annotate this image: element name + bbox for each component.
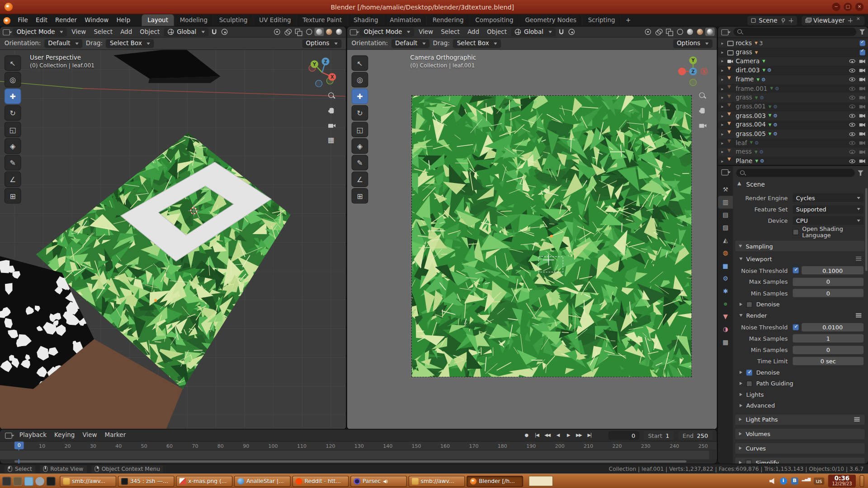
viewport-menu-item[interactable]: Select xyxy=(437,27,464,38)
timeline-track[interactable] xyxy=(0,450,717,460)
show-overlays-toggle[interactable] xyxy=(653,28,663,37)
disable-in-render-toggle[interactable] xyxy=(859,104,865,109)
playhead[interactable]: 0 xyxy=(14,441,24,449)
tool-cursor[interactable]: ◎ xyxy=(352,72,368,87)
tab-world[interactable]: ◍ xyxy=(718,247,733,259)
outliner-row[interactable]: grass xyxy=(718,93,868,102)
volume-icon[interactable] xyxy=(769,478,776,484)
tab-render[interactable]: ▥ xyxy=(718,196,733,208)
show-desktop-icon[interactable] xyxy=(13,477,22,486)
minimize-button[interactable]: − xyxy=(832,3,840,11)
workspace-tab[interactable]: UV Editing xyxy=(254,14,297,27)
hide-in-viewport-toggle[interactable] xyxy=(849,132,855,136)
tab-physics[interactable]: ⊚ xyxy=(718,298,733,310)
tab-texture[interactable]: ▩ xyxy=(718,336,733,348)
expand-arrow-icon[interactable] xyxy=(722,131,727,136)
tool-measure[interactable]: ∠ xyxy=(5,172,21,187)
property-section-header[interactable]: Light Paths xyxy=(735,414,865,425)
hide-in-viewport-toggle[interactable] xyxy=(849,87,855,91)
hide-in-viewport-toggle[interactable] xyxy=(849,150,855,154)
expand-arrow-icon[interactable] xyxy=(722,59,727,64)
properties-filter-icon[interactable] xyxy=(858,170,863,176)
outliner-row[interactable]: grass.004 xyxy=(718,120,868,129)
outliner-row[interactable]: mess xyxy=(718,148,868,157)
disable-in-render-toggle[interactable] xyxy=(859,122,865,127)
pan-hand-icon[interactable] xyxy=(698,107,707,115)
jump-to-start-button[interactable]: |◀ xyxy=(533,433,542,438)
viewlayer-selector[interactable]: ViewLayer xyxy=(802,16,864,25)
value-checkbox[interactable] xyxy=(793,267,798,273)
tab-output[interactable]: ▤ xyxy=(718,209,733,221)
bluetooth-icon[interactable] xyxy=(791,478,798,485)
presets-menu-icon[interactable] xyxy=(856,315,861,316)
viewport-subsection-header[interactable]: Viewport xyxy=(740,254,863,263)
shading-material-button[interactable] xyxy=(695,28,705,36)
zoom-icon[interactable] xyxy=(328,92,336,100)
subsection-checkbox[interactable] xyxy=(746,369,752,375)
outliner-row[interactable]: Plane xyxy=(718,157,868,166)
collapsed-subsection[interactable]: Denoise xyxy=(740,368,863,377)
hide-in-viewport-toggle[interactable] xyxy=(849,78,855,82)
maximize-button[interactable]: □ xyxy=(844,3,852,11)
workspace-tab[interactable]: Compositing xyxy=(470,14,519,27)
section-checkbox[interactable] xyxy=(745,460,751,464)
dropdown-field[interactable]: Cycles xyxy=(793,194,863,202)
task-button[interactable]: Reddit - htt... xyxy=(292,475,349,486)
zoom-icon[interactable] xyxy=(698,92,707,100)
browse-scene-icon[interactable] xyxy=(750,18,756,23)
add-workspace-button[interactable]: + xyxy=(621,14,635,27)
end-frame-field[interactable]: End 250 xyxy=(678,431,712,440)
workspace-tab[interactable]: Shading xyxy=(348,14,384,27)
collapsed-subsection[interactable]: Path Guiding xyxy=(740,379,863,388)
tool-move[interactable]: ✚ xyxy=(5,89,21,104)
new-viewlayer-icon[interactable] xyxy=(848,18,853,23)
camera-view-icon[interactable] xyxy=(698,122,707,130)
editor-type-icon[interactable] xyxy=(2,28,12,36)
property-section-header[interactable]: Volumes xyxy=(735,428,865,439)
dropdown-field[interactable]: Supported xyxy=(793,205,863,213)
number-field[interactable]: 0.0100 xyxy=(802,323,863,331)
options-dropdown[interactable]: Options xyxy=(673,39,712,48)
workspace-tab[interactable]: Texture Paint xyxy=(297,14,348,27)
hide-in-viewport-toggle[interactable] xyxy=(849,96,855,100)
viewport-menu-item[interactable]: Add xyxy=(463,27,483,38)
tool-transform[interactable]: ◈ xyxy=(352,138,368,154)
show-overlays-toggle[interactable] xyxy=(282,28,292,37)
outliner-row[interactable]: rocks 3 xyxy=(718,39,868,48)
workspace-tab[interactable]: Scripting xyxy=(582,14,621,27)
viewport-canvas-right[interactable]: ↖◎✚↻◱◈✎∠⊞ Camera Orthographic (0) Collec… xyxy=(347,50,717,429)
disable-in-render-toggle[interactable] xyxy=(859,68,865,73)
presets-menu-icon[interactable] xyxy=(856,258,861,259)
disable-in-render-toggle[interactable] xyxy=(859,59,865,64)
disable-in-render-toggle[interactable] xyxy=(859,141,865,145)
osl-checkbox[interactable] xyxy=(793,229,798,235)
disable-in-render-toggle[interactable] xyxy=(859,159,865,164)
outliner-row[interactable]: Camera xyxy=(718,57,868,66)
viewport-menu-item[interactable]: Add xyxy=(117,27,136,38)
expand-arrow-icon[interactable] xyxy=(722,86,727,91)
next-keyframe-button[interactable]: ▶▶ xyxy=(575,433,584,438)
mode-dropdown[interactable]: Object Mode xyxy=(360,28,414,37)
outliner-filter-icon[interactable] xyxy=(859,29,865,34)
collection-checkbox[interactable] xyxy=(860,50,865,55)
navigation-gizmo[interactable]: Y Z X xyxy=(676,54,710,89)
applications-menu-icon[interactable] xyxy=(2,477,11,486)
tab-material[interactable]: ◑ xyxy=(718,323,733,336)
expand-arrow-icon[interactable] xyxy=(722,41,727,46)
outliner-editor-icon[interactable] xyxy=(721,28,731,36)
sampling-section-header[interactable]: Sampling xyxy=(735,241,865,251)
collapsed-subsection[interactable]: Advanced xyxy=(740,401,863,410)
menu-item[interactable]: Edit xyxy=(32,14,51,27)
menu-item[interactable]: Help xyxy=(113,14,134,27)
current-frame-field[interactable]: 0 xyxy=(608,431,639,440)
play-reverse-button[interactable]: ◀ xyxy=(553,433,562,438)
toggle-xray[interactable] xyxy=(293,28,303,37)
blender-menu-icon[interactable] xyxy=(3,17,10,24)
network-icon[interactable] xyxy=(802,478,810,484)
terminal-launcher-icon[interactable] xyxy=(47,477,56,486)
number-field[interactable]: 0 sec xyxy=(793,357,863,365)
number-field[interactable]: 1 xyxy=(793,334,863,343)
tool-annotate[interactable]: ✎ xyxy=(5,155,21,170)
viewport-menu-item[interactable]: View xyxy=(415,27,437,38)
hide-in-viewport-toggle[interactable] xyxy=(849,69,855,73)
